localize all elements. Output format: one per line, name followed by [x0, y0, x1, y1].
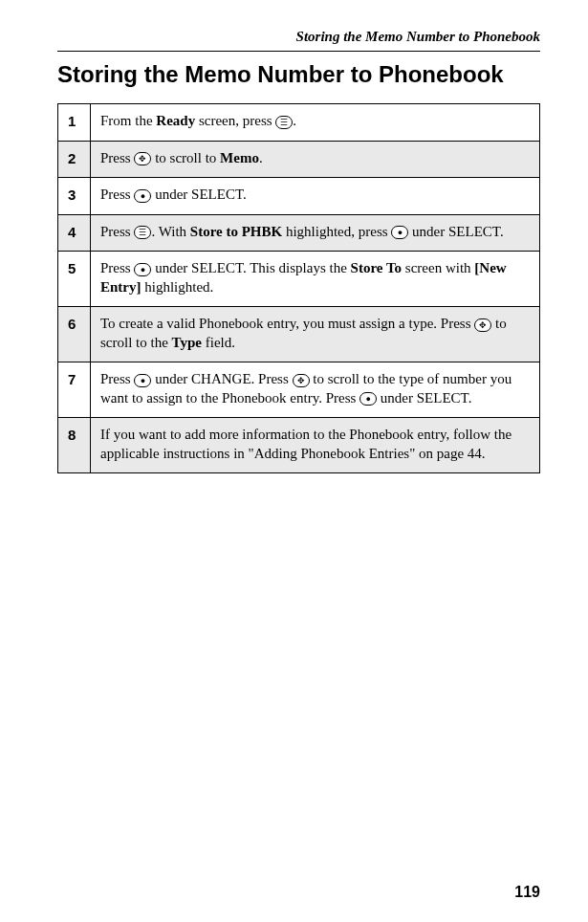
step-row: 1From the Ready screen, press ☰.: [58, 104, 540, 142]
steps-table: 1From the Ready screen, press ☰.2Press ✥…: [57, 103, 540, 473]
page-number: 119: [514, 884, 540, 901]
menu-icon: ☰: [275, 116, 293, 129]
step-text: To create a valid Phonebook entry, you m…: [91, 307, 540, 362]
top-rule: [57, 51, 540, 52]
bold-text: Type: [172, 335, 202, 350]
step-text: From the Ready screen, press ☰.: [91, 104, 540, 142]
nav-icon: ✥: [293, 374, 310, 387]
step-number: 7: [58, 362, 91, 418]
nav-icon: ✥: [134, 152, 151, 165]
step-number: 1: [58, 104, 91, 142]
dot-icon: ●: [134, 263, 151, 276]
dot-icon: ●: [359, 392, 377, 406]
bold-text: Store to PHBK: [190, 224, 282, 239]
dot-icon: ●: [134, 189, 151, 203]
step-number: 5: [58, 252, 91, 307]
step-text: Press ● under SELECT.: [91, 178, 540, 215]
step-number: 3: [58, 178, 91, 215]
step-row: 4Press ☰. With Store to PHBK highlighted…: [58, 214, 540, 252]
running-header: Storing the Memo Number to Phonebook: [57, 29, 540, 45]
step-row: 6To create a valid Phonebook entry, you …: [58, 307, 540, 362]
dot-icon: ●: [134, 374, 151, 387]
section-title: Storing the Memo Number to Phonebook: [57, 61, 540, 88]
step-text: Press ☰. With Store to PHBK highlighted,…: [91, 214, 540, 252]
bold-text: Ready: [156, 113, 195, 128]
step-text: If you want to add more information to t…: [91, 418, 540, 473]
bold-text: Memo: [220, 150, 259, 165]
nav-icon: ✥: [474, 318, 491, 332]
step-number: 6: [58, 307, 91, 362]
dot-icon: ●: [391, 226, 408, 239]
bold-text: Store To: [351, 260, 403, 275]
step-row: 3Press ● under SELECT.: [58, 178, 540, 215]
step-row: 8If you want to add more information to …: [58, 418, 540, 473]
step-number: 8: [58, 418, 91, 473]
step-number: 2: [58, 141, 91, 178]
step-row: 5Press ● under SELECT. This displays the…: [58, 252, 540, 307]
step-text: Press ● under SELECT. This displays the …: [91, 252, 540, 307]
step-number: 4: [58, 214, 91, 252]
step-text: Press ● under CHANGE. Press ✥ to scroll …: [91, 362, 540, 418]
menu-icon: ☰: [134, 226, 151, 239]
step-row: 7Press ● under CHANGE. Press ✥ to scroll…: [58, 362, 540, 418]
step-text: Press ✥ to scroll to Memo.: [91, 141, 540, 178]
bold-text: [New Entry]: [100, 260, 507, 295]
step-row: 2Press ✥ to scroll to Memo.: [58, 141, 540, 178]
